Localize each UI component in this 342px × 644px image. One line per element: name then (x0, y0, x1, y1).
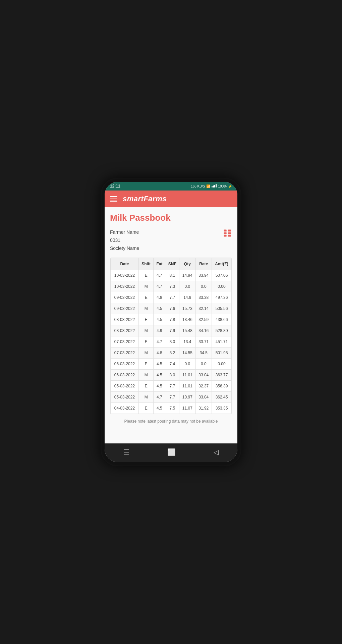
cell-3-2: 4.5 (154, 303, 165, 314)
cell-7-1: M (138, 347, 154, 359)
col-qty: Qty (179, 258, 195, 270)
society-name: Society Name (110, 246, 139, 251)
farmer-details: Farmer Name 0031 Society Name (110, 228, 232, 252)
milk-data-table: Date Shift Fat SNF Qty Rate Amt(₹) 10-03… (110, 258, 232, 414)
table-row: 05-03-2022E4.57.711.0132.37356.39 (111, 381, 232, 392)
svg-rect-2 (224, 232, 227, 234)
cell-12-0: 04-03-2022 (111, 403, 139, 414)
cell-3-6: 505.56 (212, 303, 232, 314)
nav-back-button[interactable]: ◁ (208, 447, 224, 458)
cell-7-5: 34.5 (195, 347, 212, 359)
table-body: 10-03-2022E4.78.114.9433.94507.0610-03-2… (111, 270, 232, 414)
cell-7-3: 8.2 (165, 347, 179, 359)
disclaimer-note: Please note latest pouring data may not … (110, 414, 232, 426)
cell-2-4: 14.9 (179, 292, 195, 303)
table-row: 09-03-2022E4.87.714.933.38497.36 (111, 292, 232, 303)
phone-frame: 12:11 166 KB/S 📶 100% ⚡ (101, 178, 241, 466)
battery-level: 100% (218, 184, 227, 188)
cell-8-6: 0.00 (212, 359, 232, 370)
passbook-table: Date Shift Fat SNF Qty Rate Amt(₹) 10-03… (110, 258, 232, 414)
cell-0-5: 33.94 (195, 270, 212, 281)
cell-1-3: 7.3 (165, 281, 179, 292)
cell-6-4: 13.4 (179, 336, 195, 347)
cell-2-0: 09-03-2022 (111, 292, 139, 303)
cell-0-2: 4.7 (154, 270, 165, 281)
cell-7-4: 14.55 (179, 347, 195, 359)
cell-11-4: 10.97 (179, 392, 195, 403)
cell-12-2: 4.5 (154, 403, 165, 414)
cell-0-4: 14.94 (179, 270, 195, 281)
svg-rect-1 (228, 230, 231, 232)
cell-9-1: M (138, 370, 154, 381)
cell-7-6: 501.98 (212, 347, 232, 359)
cell-9-3: 8.0 (165, 370, 179, 381)
cell-10-3: 7.7 (165, 381, 179, 392)
cell-5-6: 528.80 (212, 325, 232, 336)
cell-10-0: 05-03-2022 (111, 381, 139, 392)
signal-icon (212, 184, 217, 188)
farmer-name: Farmer Name (110, 229, 139, 235)
cell-6-5: 33.71 (195, 336, 212, 347)
brand-name: smartFarms (123, 195, 167, 203)
home-icon: ⬜ (167, 448, 176, 456)
cell-6-2: 4.7 (154, 336, 165, 347)
cell-5-4: 15.48 (179, 325, 195, 336)
cell-2-1: E (138, 292, 154, 303)
menu-icon: ☰ (123, 448, 129, 456)
cell-2-5: 33.38 (195, 292, 212, 303)
page-title: Milk Passbook (110, 213, 232, 223)
grid-view-icon[interactable] (223, 228, 232, 239)
status-time: 12:11 (110, 184, 120, 189)
nav-menu-button[interactable]: ☰ (118, 447, 135, 458)
cell-3-1: M (138, 303, 154, 314)
table-row: 09-03-2022M4.57.615.7332.14505.56 (111, 303, 232, 314)
svg-rect-4 (224, 235, 227, 237)
table-header: Date Shift Fat SNF Qty Rate Amt(₹) (111, 258, 232, 270)
cell-8-2: 4.5 (154, 359, 165, 370)
cell-0-0: 10-03-2022 (111, 270, 139, 281)
cell-0-6: 507.06 (212, 270, 232, 281)
cell-10-4: 11.01 (179, 381, 195, 392)
cell-4-6: 438.66 (212, 314, 232, 325)
col-snf: SNF (165, 258, 179, 270)
nav-home-button[interactable]: ⬜ (162, 447, 181, 458)
cell-1-0: 10-03-2022 (111, 281, 139, 292)
cell-8-4: 0.0 (179, 359, 195, 370)
cell-3-5: 32.14 (195, 303, 212, 314)
header-row: Date Shift Fat SNF Qty Rate Amt(₹) (111, 258, 232, 270)
phone-screen: 12:11 166 KB/S 📶 100% ⚡ (105, 182, 237, 462)
table-row: 06-03-2022E4.57.40.00.00.00 (111, 359, 232, 370)
cell-4-1: E (138, 314, 154, 325)
table-row: 05-03-2022M4.77.710.9733.04362.45 (111, 392, 232, 403)
menu-button[interactable] (110, 196, 117, 202)
cell-11-6: 362.45 (212, 392, 232, 403)
cell-3-3: 7.6 (165, 303, 179, 314)
cell-9-2: 4.5 (154, 370, 165, 381)
cell-4-5: 32.59 (195, 314, 212, 325)
cell-10-6: 356.39 (212, 381, 232, 392)
cell-3-0: 09-03-2022 (111, 303, 139, 314)
table-row: 07-03-2022E4.78.013.433.71451.71 (111, 336, 232, 347)
cell-11-1: M (138, 392, 154, 403)
cell-4-0: 08-03-2022 (111, 314, 139, 325)
network-speed: 166 KB/S (191, 184, 205, 188)
cell-10-5: 32.37 (195, 381, 212, 392)
cell-5-3: 7.9 (165, 325, 179, 336)
cell-12-3: 7.5 (165, 403, 179, 414)
cell-4-4: 13.46 (179, 314, 195, 325)
cell-8-3: 7.4 (165, 359, 179, 370)
table-row: 04-03-2022E4.57.511.0731.92353.35 (111, 403, 232, 414)
cell-5-0: 08-03-2022 (111, 325, 139, 336)
col-shift: Shift (138, 258, 154, 270)
bottom-navigation: ☰ ⬜ ◁ (105, 443, 237, 462)
cell-4-2: 4.5 (154, 314, 165, 325)
status-icons: 166 KB/S 📶 100% ⚡ (191, 184, 232, 188)
wifi-icon: 📶 (206, 184, 210, 188)
cell-6-6: 451.71 (212, 336, 232, 347)
table-row: 07-03-2022M4.88.214.5534.5501.98 (111, 347, 232, 359)
cell-1-5: 0.0 (195, 281, 212, 292)
cell-2-2: 4.8 (154, 292, 165, 303)
cell-9-4: 11.01 (179, 370, 195, 381)
cell-12-6: 353.35 (212, 403, 232, 414)
cell-10-1: E (138, 381, 154, 392)
